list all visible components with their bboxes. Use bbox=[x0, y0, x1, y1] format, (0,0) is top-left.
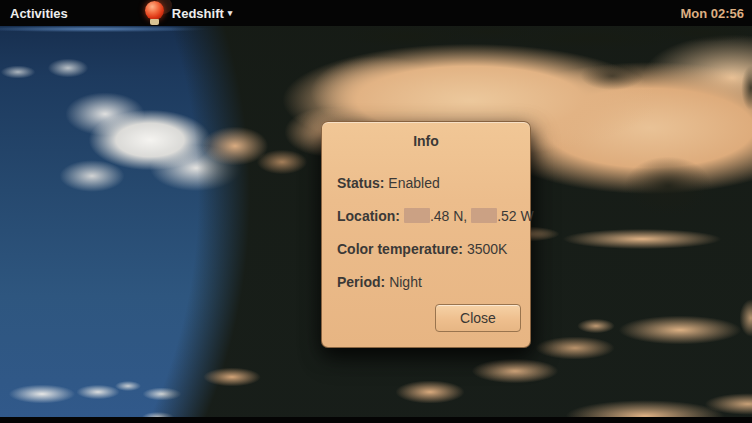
status-label: Status: bbox=[337, 175, 384, 191]
location-row: Location: .48 N, .52 W bbox=[337, 208, 516, 224]
dialog-body: Status: Enabled Location: .48 N, .52 W C… bbox=[322, 149, 530, 290]
temperature-label: Color temperature: bbox=[337, 241, 463, 257]
status-row: Status: Enabled bbox=[337, 175, 516, 191]
activities-button[interactable]: Activities bbox=[0, 0, 80, 26]
period-label: Period: bbox=[337, 274, 385, 290]
info-dialog: Info Status: Enabled Location: .48 N, .5… bbox=[321, 121, 531, 348]
status-value: Enabled bbox=[388, 175, 439, 191]
redacted-longitude-box bbox=[471, 208, 497, 223]
redshift-bulb-icon bbox=[144, 0, 169, 26]
app-menu-button[interactable]: Redshift ▾ bbox=[138, 0, 239, 26]
redacted-latitude-box bbox=[404, 208, 430, 223]
location-label: Location: bbox=[337, 208, 400, 224]
location-longitude-text: .52 W bbox=[497, 208, 534, 224]
close-button[interactable]: Close bbox=[435, 304, 521, 332]
bulb-base bbox=[150, 19, 159, 25]
clock-button[interactable]: Mon 02:56 bbox=[672, 0, 752, 26]
top-panel: Activities Redshift ▾ Mon 02:56 bbox=[0, 0, 752, 26]
temperature-value: 3500K bbox=[467, 241, 507, 257]
bulb-glass bbox=[145, 1, 164, 20]
location-latitude-text: .48 N, bbox=[430, 208, 467, 224]
chevron-down-icon: ▾ bbox=[228, 8, 233, 18]
screen-bottom-edge bbox=[0, 417, 752, 423]
period-value: Night bbox=[389, 274, 422, 290]
period-row: Period: Night bbox=[337, 274, 516, 290]
dialog-title: Info bbox=[322, 133, 530, 149]
temperature-row: Color temperature: 3500K bbox=[337, 241, 516, 257]
app-menu-label: Redshift bbox=[172, 6, 224, 21]
